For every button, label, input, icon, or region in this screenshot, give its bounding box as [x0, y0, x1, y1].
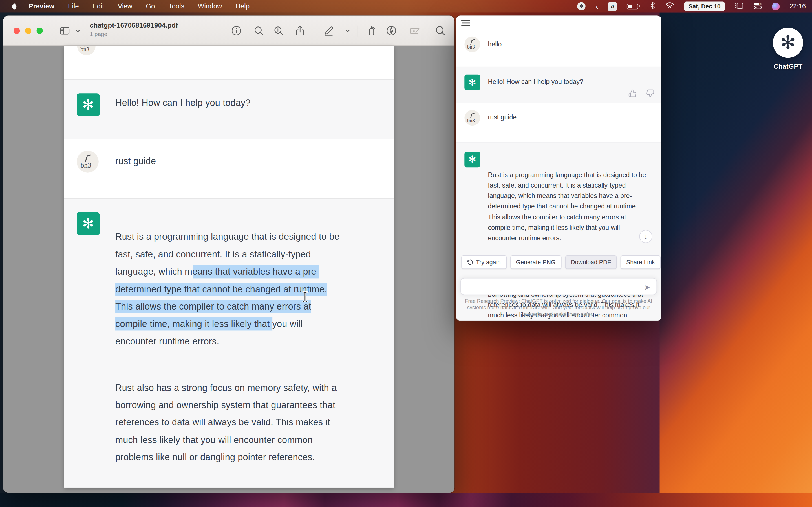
popup-answer-paragraph-1: Rust is a programming language that is d…: [488, 170, 646, 244]
preview-window: chatgpt-1670681691904.pdf 1 page: [3, 16, 455, 493]
pdf-assistant-greeting: Hello! How can I help you today?: [115, 94, 250, 112]
preview-titlebar[interactable]: chatgpt-1670681691904.pdf 1 page: [3, 16, 455, 46]
sidebar-toggle-icon[interactable]: [58, 24, 71, 37]
popup-row-user-1: bn3 hello: [456, 30, 661, 67]
refresh-icon: [467, 259, 473, 265]
pdf-answer-paragraph-2: Rust also has a strong focus on memory s…: [115, 379, 394, 466]
pdf-user-prompt: rust guide: [115, 153, 156, 170]
apple-menu-icon[interactable]: [6, 2, 22, 10]
svg-text:bn3: bn3: [467, 44, 475, 50]
user-avatar: bn3: [77, 151, 99, 173]
popup-footer-text: Free Research Preview: ChatGPT is optimi…: [462, 298, 655, 318]
button-label: Download PDF: [571, 259, 611, 265]
openai-logo-icon: ✻: [773, 27, 803, 58]
menu-view[interactable]: View: [111, 0, 139, 12]
button-label: Generate PNG: [516, 259, 556, 265]
generate-png-button[interactable]: Generate PNG: [510, 256, 561, 269]
screen: Preview File Edit View Go Tools Window H…: [0, 0, 812, 507]
share-icon[interactable]: [294, 24, 306, 37]
markup-chevron-icon[interactable]: [343, 24, 352, 37]
user-avatar: bn3: [464, 37, 480, 52]
svg-text:bn3: bn3: [467, 118, 475, 123]
menu-help[interactable]: Help: [229, 0, 256, 12]
zoom-out-icon[interactable]: [253, 24, 265, 37]
download-pdf-button[interactable]: Download PDF: [565, 256, 617, 269]
info-icon[interactable]: [230, 24, 243, 37]
try-again-button[interactable]: Try again: [461, 256, 506, 269]
toolbar-separator: [357, 25, 358, 37]
text-cursor: [302, 291, 308, 302]
document-title: chatgpt-1670681691904.pdf: [90, 21, 178, 29]
user-avatar: bn3: [464, 110, 480, 126]
wifi-icon[interactable]: [666, 2, 674, 10]
share-link-button[interactable]: Share Link: [620, 256, 661, 269]
pdf-answer-text: Rust is a programming language that is d…: [115, 211, 394, 488]
collapse-status-chevron-icon[interactable]: ‹: [596, 2, 598, 10]
pdf-row-assistant-greeting: ✻ Hello! How can I help you today?: [64, 79, 394, 139]
chatgpt-avatar: ✻: [77, 212, 100, 235]
sidebar-chevron-down-icon[interactable]: [74, 24, 82, 37]
menu-app-name[interactable]: Preview: [22, 0, 61, 12]
user-avatar: bn3: [77, 46, 96, 55]
minimize-button[interactable]: [25, 27, 31, 34]
chatgpt-status-icon[interactable]: ✻: [577, 2, 586, 10]
popup-header: [456, 16, 661, 31]
menu-file[interactable]: File: [61, 0, 86, 12]
menu-tools[interactable]: Tools: [161, 0, 191, 12]
svg-text:bn3: bn3: [81, 161, 91, 169]
markup-pen-icon[interactable]: [322, 24, 335, 37]
desktop-icon-label: ChatGPT: [773, 62, 803, 70]
pdf-row-assistant-answer: ✻ Rust is a programming language that is…: [64, 198, 394, 488]
screen-mirroring-icon[interactable]: [735, 2, 744, 10]
rotate-icon[interactable]: [365, 24, 378, 37]
scroll-to-bottom-button[interactable]: ↓: [639, 230, 652, 243]
menu-window[interactable]: Window: [191, 0, 229, 12]
export-button-row: Try again Generate PNG Download PDF Shar…: [461, 256, 661, 269]
chatgpt-export-window: bn3 hello ✻ Hello! How can I help you to…: [456, 16, 661, 321]
preview-content-area[interactable]: bn3 ✻ Hello! How can I help you today?: [3, 46, 455, 493]
close-button[interactable]: [13, 27, 20, 34]
search-icon[interactable]: [434, 24, 447, 37]
form-fill-icon: [409, 24, 421, 37]
svg-text:bn3: bn3: [80, 46, 89, 53]
popup-assistant-message: Hello! How can I help you today?: [488, 76, 583, 87]
button-label: Share Link: [626, 259, 655, 265]
annotate-pen-icon[interactable]: [385, 24, 398, 37]
chatgpt-avatar: ✻: [77, 93, 100, 116]
popup-row-user-2: bn3 rust guide: [456, 103, 661, 142]
control-center-icon[interactable]: [753, 2, 762, 10]
pdf-row-user-prompt: bn3 rust guide: [64, 139, 394, 198]
thumbs-up-icon[interactable]: [628, 89, 637, 98]
menu-clock[interactable]: 22:16: [790, 3, 806, 10]
popup-user-message: hello: [488, 39, 502, 50]
chat-input[interactable]: ➤: [460, 278, 657, 295]
button-label: Try again: [476, 259, 501, 265]
send-icon[interactable]: ➤: [644, 283, 651, 291]
popup-row-assistant-1: ✻ Hello! How can I help you today?: [456, 67, 661, 103]
menu-date[interactable]: Sat, Dec 10: [684, 2, 725, 11]
hamburger-menu-icon[interactable]: [461, 20, 470, 26]
pdf-page[interactable]: bn3 ✻ Hello! How can I help you today?: [64, 46, 394, 488]
desktop-icon-chatgpt[interactable]: ✻ ChatGPT: [773, 27, 803, 70]
thumbs-down-icon[interactable]: [646, 89, 654, 98]
keyboard-layout-icon[interactable]: A: [608, 2, 617, 10]
pdf-answer-paragraph-1: Rust is a programming language that is d…: [115, 228, 394, 350]
menu-bar: Preview File Edit View Go Tools Window H…: [0, 0, 812, 12]
menu-go[interactable]: Go: [139, 0, 161, 12]
chatgpt-avatar: ✻: [464, 152, 480, 168]
zoom-in-icon[interactable]: [272, 24, 285, 37]
popup-user-message: rust guide: [488, 112, 517, 123]
battery-icon[interactable]: [627, 3, 640, 9]
zoom-button[interactable]: [37, 27, 43, 34]
siri-icon[interactable]: [772, 2, 779, 10]
menu-edit[interactable]: Edit: [86, 0, 111, 12]
wallpaper-bottom-ribbons: [0, 493, 812, 507]
bluetooth-icon[interactable]: [650, 2, 656, 11]
wallpaper-right-wedge: [660, 12, 812, 507]
chatgpt-avatar: ✻: [464, 75, 480, 91]
document-page-count: 1 page: [90, 31, 178, 37]
pdf-row-partial: bn3: [64, 46, 394, 79]
